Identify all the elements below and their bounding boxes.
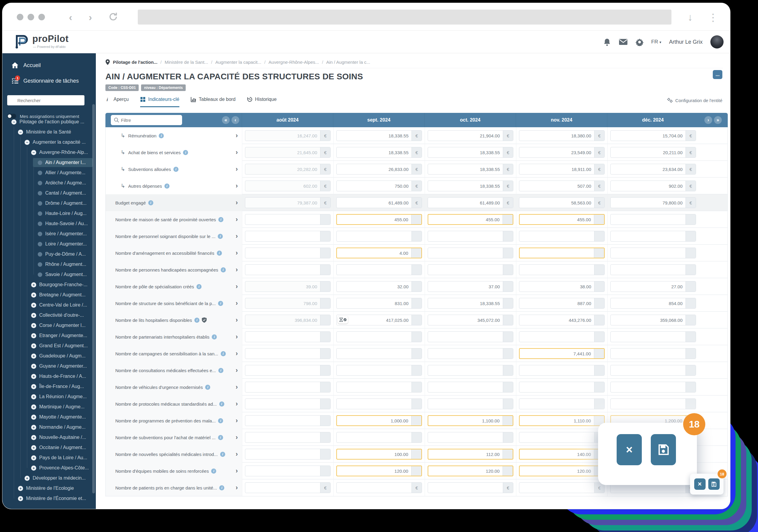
value-input[interactable]: 112.00 (428, 449, 513, 459)
browser-back-icon[interactable]: ‹ (69, 11, 72, 23)
value-input[interactable] (336, 365, 422, 376)
sidebar-tree-item[interactable]: +Bourgogne-Franche-... (2, 280, 96, 290)
expand-icon[interactable]: + (31, 333, 36, 338)
expand-row-chevron-icon[interactable]: › (236, 366, 238, 374)
breadcrumb-item[interactable]: Ain / Augmenter la c... (326, 60, 370, 65)
expand-icon[interactable]: + (31, 415, 36, 420)
value-input[interactable]: 18,338.55€ (428, 181, 513, 191)
expand-row-chevron-icon[interactable]: › (236, 467, 238, 475)
sidebar-tree-item[interactable]: Allier / Augmente... (2, 168, 96, 178)
breadcrumb-item[interactable]: Augmenter la capacit... (215, 60, 261, 65)
info-icon[interactable]: i (211, 469, 216, 474)
sidebar-tree-item[interactable]: +Ministère de l'Économie et... (2, 493, 96, 504)
value-input[interactable] (428, 432, 513, 443)
sidebar-tree-item[interactable]: +Corse / Augmenter l... (2, 320, 96, 330)
value-input[interactable] (610, 264, 696, 275)
expand-icon[interactable]: + (31, 384, 36, 389)
sidebar-tree-item[interactable]: −Ministère de la Santé (2, 127, 96, 137)
value-input[interactable] (519, 398, 605, 409)
table-filter-input[interactable] (111, 115, 182, 125)
value-input[interactable]: 854.00 (610, 298, 696, 309)
collapse-icon[interactable]: − (11, 119, 17, 124)
value-input[interactable] (336, 382, 422, 392)
value-input[interactable] (245, 264, 330, 275)
sidebar-tree-item[interactable]: +Normandie / Augme... (2, 422, 96, 432)
expand-row-chevron-icon[interactable]: › (236, 232, 238, 240)
sidebar-tree-item[interactable]: Haute-Savoie / Au... (2, 218, 96, 229)
sidebar-tree-item[interactable]: +Guadeloupe / Augm... (2, 351, 96, 361)
sidebar-tree-item[interactable]: +Mayotte / Augmente... (2, 412, 96, 422)
info-icon[interactable]: i (218, 234, 223, 239)
collapse-icon[interactable]: − (18, 130, 23, 135)
sidebar-tree-item[interactable]: +Nouvelle-Aquitaine /... (2, 432, 96, 443)
expand-row-chevron-icon[interactable]: › (236, 316, 238, 324)
value-input[interactable] (428, 382, 513, 392)
sidebar-tree-item[interactable]: +Collectivité d'outre-... (2, 310, 96, 320)
value-input[interactable]: 21,645.00€ (245, 147, 330, 158)
expand-icon[interactable]: + (31, 313, 36, 318)
value-input[interactable]: 798.00 (245, 298, 330, 309)
value-input[interactable]: 61,489.00€ (336, 197, 422, 208)
value-input[interactable] (428, 231, 513, 242)
info-icon[interactable]: i (221, 351, 226, 356)
sidebar-tree-item[interactable]: +Guyane / Augmenter... (2, 361, 96, 371)
expand-row-chevron-icon[interactable]: › (236, 132, 238, 140)
sidebar-tree-item[interactable]: +Grand Est / Augment... (2, 341, 96, 351)
value-input[interactable]: 39.00 (245, 281, 330, 292)
info-icon[interactable]: i (217, 250, 222, 256)
expand-row-chevron-icon[interactable]: › (236, 350, 238, 357)
sidebar-tree-item[interactable]: +Ministère de l'Ecologie (2, 483, 96, 493)
previous-period-button[interactable]: ‹ (231, 116, 239, 124)
value-input[interactable]: 61,489.00€ (428, 197, 513, 208)
value-input[interactable]: 58,563.00€ (519, 197, 605, 208)
value-input[interactable]: 140.00 (519, 449, 605, 459)
info-icon[interactable]: i (164, 183, 169, 189)
value-input[interactable]: 602.00€ (245, 181, 330, 191)
cancel-changes-button[interactable]: × (617, 434, 642, 465)
expand-row-chevron-icon[interactable]: › (236, 266, 238, 274)
tab-indicateurs-cl-[interactable]: Indicateurs-clé (140, 95, 179, 107)
value-input[interactable]: 27.00 (610, 281, 696, 292)
expand-icon[interactable]: + (31, 343, 36, 349)
info-icon[interactable]: i (205, 385, 210, 390)
value-input[interactable]: 1,100.00 (428, 415, 513, 426)
value-input[interactable] (245, 214, 330, 225)
value-input[interactable]: 23,549.00€ (519, 147, 605, 158)
last-period-button[interactable]: » (714, 116, 722, 124)
sidebar-tree-item[interactable]: +Occitanie / Augment... (2, 443, 96, 453)
save-changes-button[interactable] (651, 434, 676, 465)
value-input[interactable]: 20,211.00€ (610, 147, 696, 158)
tab-historique[interactable]: Historique (247, 95, 277, 107)
value-input[interactable]: 4.00 (336, 248, 422, 258)
value-input[interactable]: 507.00€ (519, 181, 605, 191)
value-input[interactable] (610, 231, 696, 242)
expand-icon[interactable]: + (31, 466, 36, 471)
value-input[interactable]: 16,247.00€ (245, 130, 330, 141)
more-actions-button[interactable]: ... (713, 70, 722, 79)
value-input[interactable]: 15,704.00€ (610, 130, 696, 141)
sidebar-tree-item[interactable]: Cantal / Augment... (2, 188, 96, 198)
sidebar-tree-item[interactable]: +Martinique / Augme... (2, 402, 96, 412)
tab-tableaux-de-bord[interactable]: Tableaux de bord (191, 95, 236, 107)
info-icon[interactable]: i (173, 167, 179, 172)
sidebar-tree-item[interactable]: −Auvergne-Rhône-Alp... (2, 147, 96, 157)
value-input[interactable] (519, 248, 605, 258)
value-input[interactable] (519, 432, 605, 443)
value-input[interactable]: 32.00 (336, 281, 422, 292)
expand-icon[interactable]: + (18, 486, 23, 491)
value-input[interactable] (519, 231, 605, 242)
collapse-icon[interactable]: − (31, 150, 36, 155)
expand-icon[interactable]: + (31, 435, 36, 440)
sidebar-tree-item[interactable]: Rhône / Augment... (2, 259, 96, 269)
cancel-changes-button-mini[interactable]: × (694, 479, 706, 490)
value-input[interactable]: 18,338.55€ (428, 147, 513, 158)
expand-row-chevron-icon[interactable]: › (236, 417, 238, 424)
info-icon[interactable]: i (221, 267, 226, 273)
value-input[interactable]: 120.00 (428, 466, 513, 476)
sidebar-tree-item[interactable]: Puy-de-Dôme / A... (2, 249, 96, 259)
value-input[interactable]: 455.00 (428, 214, 513, 225)
expand-row-chevron-icon[interactable]: › (236, 383, 238, 391)
entity-configuration-link[interactable]: Configuration de l'entité (667, 98, 722, 103)
expand-row-chevron-icon[interactable]: › (236, 216, 238, 223)
value-input[interactable]: 417,025.00 (336, 315, 422, 325)
